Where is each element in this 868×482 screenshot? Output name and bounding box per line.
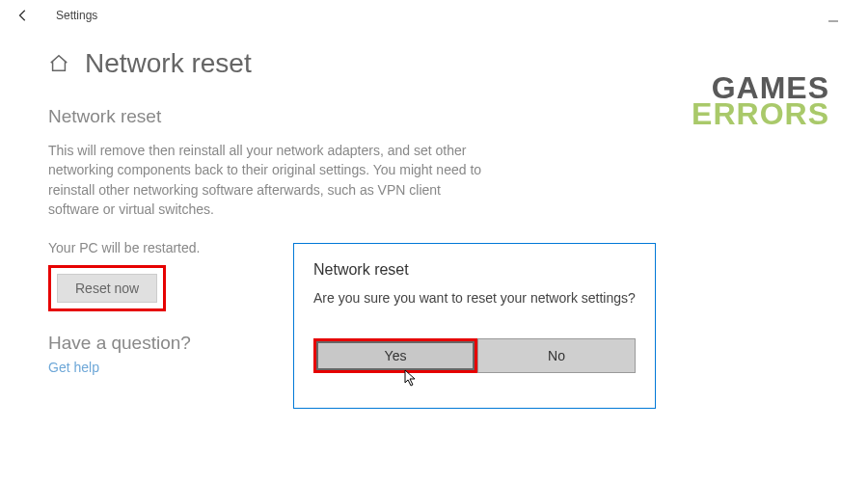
yes-button-highlight: Yes bbox=[313, 338, 477, 373]
dialog-title: Network reset bbox=[313, 261, 636, 279]
yes-button[interactable]: Yes bbox=[316, 341, 475, 370]
dialog-button-row: Yes No bbox=[313, 338, 636, 373]
no-button-container: No bbox=[477, 338, 636, 373]
no-button[interactable]: No bbox=[477, 338, 636, 373]
arrow-left-icon bbox=[16, 9, 30, 22]
section-heading: Network reset bbox=[48, 106, 492, 127]
watermark-line2: ERRORS bbox=[692, 101, 829, 127]
section-description: This will remove then reinstall all your… bbox=[48, 141, 492, 219]
home-icon[interactable] bbox=[48, 53, 69, 74]
watermark: GAMES ERRORS bbox=[692, 75, 829, 127]
reset-now-button[interactable]: Reset now bbox=[57, 274, 157, 303]
back-button[interactable] bbox=[12, 4, 35, 27]
confirm-dialog: Network reset Are you sure you want to r… bbox=[293, 243, 656, 409]
reset-now-highlight: Reset now bbox=[48, 265, 166, 311]
minimize-icon bbox=[827, 15, 839, 27]
minimize-button[interactable] bbox=[822, 10, 845, 33]
dialog-text: Are you sure you want to reset your netw… bbox=[313, 290, 636, 306]
titlebar: Settings bbox=[0, 0, 868, 31]
window-title: Settings bbox=[56, 9, 97, 22]
page-title: Network reset bbox=[85, 48, 252, 79]
